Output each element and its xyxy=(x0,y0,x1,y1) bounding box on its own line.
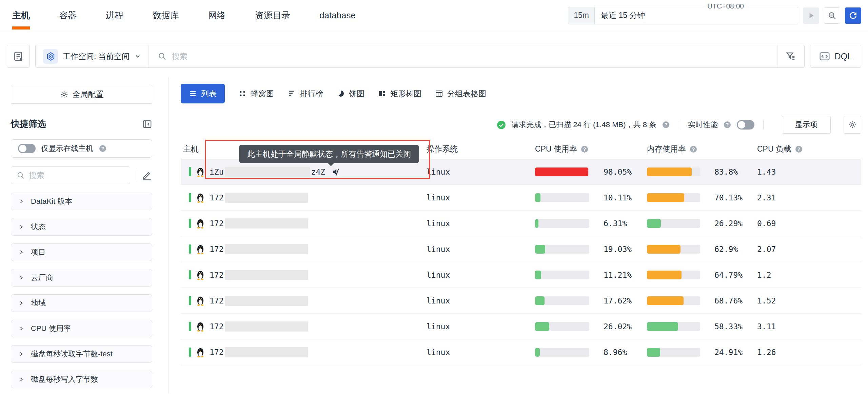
mem-usage-value: 70.13% xyxy=(714,193,743,202)
sidebar-search[interactable] xyxy=(11,166,130,184)
global-config-label: 全局配置 xyxy=(73,89,104,100)
play-icon xyxy=(807,11,815,20)
chevron-right-icon xyxy=(19,300,24,306)
refresh-button[interactable] xyxy=(845,7,861,24)
col-cpu[interactable]: CPU 使用率 xyxy=(535,144,577,154)
linux-penguin-icon xyxy=(196,244,205,254)
document-icon xyxy=(13,51,24,62)
mem-usage-value: 26.29% xyxy=(714,219,743,228)
col-host[interactable]: 主机 xyxy=(183,144,199,154)
table-row[interactable]: 172 linux 26.02% 58.33% 3.11 xyxy=(181,314,861,339)
cpu-load-value: 0.69 xyxy=(757,219,861,228)
nav-item[interactable]: 数据库 xyxy=(153,0,179,31)
primary-nav: 主机容器进程数据库网络资源目录database xyxy=(12,0,356,31)
nav-item[interactable]: 主机 xyxy=(12,0,30,31)
mem-usage-value: 62.9% xyxy=(714,245,738,254)
global-search[interactable] xyxy=(149,52,777,61)
divider xyxy=(136,171,136,180)
os-cell: linux xyxy=(427,322,535,331)
mem-usage-value: 64.79% xyxy=(714,271,743,279)
table-row[interactable]: 172 linux 17.62% 68.76% 1.52 xyxy=(181,288,861,314)
table-row[interactable]: 172 linux 6.31% 26.29% 0.69 xyxy=(181,211,861,236)
linux-penguin-icon xyxy=(196,193,205,203)
collapse-sidebar-icon[interactable] xyxy=(142,119,152,129)
svg-text:?: ? xyxy=(665,122,668,127)
realtime-toggle[interactable] xyxy=(737,120,754,130)
cpu-usage-value: 10.11% xyxy=(604,193,632,202)
view-tab-6[interactable]: 分组表格图 xyxy=(435,88,486,99)
cpu-usage-value: 11.21% xyxy=(604,271,632,279)
display-items-button[interactable]: 显示项 xyxy=(782,116,831,134)
linux-penguin-icon xyxy=(196,270,205,280)
sidebar-filter-item[interactable]: 云厂商 xyxy=(11,269,152,287)
online-only-toggle[interactable] xyxy=(18,144,36,153)
sidebar-search-input[interactable] xyxy=(29,171,124,180)
quick-filter-title: 快捷筛选 xyxy=(11,118,46,130)
chevron-right-icon xyxy=(19,275,24,280)
dql-label: DQL xyxy=(835,52,852,61)
ranking-icon xyxy=(288,90,296,98)
help-icon: ? xyxy=(795,145,803,153)
sidebar-filter-item[interactable]: CPU 使用率 xyxy=(11,320,152,337)
view-tab-2[interactable]: 蜂窝图 xyxy=(238,88,274,99)
workspace-selector[interactable]: 工作空间: 当前空间 xyxy=(36,45,149,67)
host-status-indicator xyxy=(189,193,191,202)
host-status-indicator xyxy=(189,244,191,254)
mem-usage-bar xyxy=(647,348,700,357)
view-tab-4[interactable]: 饼图 xyxy=(337,88,364,99)
os-cell: linux xyxy=(427,168,535,176)
mem-usage-bar xyxy=(647,245,700,254)
zoom-out-button[interactable] xyxy=(824,7,840,24)
table-row[interactable]: 172 linux 8.96% 24.91% 1.26 xyxy=(181,339,861,365)
sidebar-filter-item[interactable]: 地域 xyxy=(11,294,152,312)
cpu-usage-bar xyxy=(535,168,589,176)
view-tab-5[interactable]: 矩形树图 xyxy=(378,88,421,99)
os-cell: linux xyxy=(427,219,535,228)
sidebar-filter-item[interactable]: 磁盘每秒写入字节数 xyxy=(11,371,152,388)
os-cell: linux xyxy=(427,271,535,279)
nav-item[interactable]: 网络 xyxy=(208,0,226,31)
cpu-usage-bar xyxy=(535,219,589,228)
col-load[interactable]: CPU 负载 xyxy=(757,144,791,154)
time-range-short[interactable]: 15m xyxy=(568,7,595,24)
view-tab-1[interactable]: 列表 xyxy=(181,84,225,103)
nav-item[interactable]: 进程 xyxy=(106,0,123,31)
filter-sidebar: 全局配置 快捷筛选 仅显示在线主机 ? DataKit 版本 状态 项目 xyxy=(0,77,169,394)
redacted-host-segment xyxy=(225,296,308,306)
chevron-right-icon xyxy=(19,199,24,204)
redacted-host-segment xyxy=(225,347,308,357)
table-row[interactable]: 172 linux 19.03% 62.9% 2.07 xyxy=(181,236,861,262)
table-settings-button[interactable] xyxy=(844,116,861,134)
global-config-button[interactable]: 全局配置 xyxy=(11,85,152,104)
host-status-indicator xyxy=(189,219,191,228)
cpu-usage-value: 19.03% xyxy=(604,245,632,254)
dql-button[interactable]: DQL xyxy=(810,45,861,68)
view-tab-3[interactable]: 排行榜 xyxy=(288,88,323,99)
svg-text:?: ? xyxy=(797,146,801,152)
help-icon: ? xyxy=(689,145,697,153)
edit-filters-icon[interactable] xyxy=(141,170,152,181)
search-icon xyxy=(17,171,25,179)
table-row[interactable]: 172 linux 10.11% 70.13% 2.31 xyxy=(181,185,861,211)
hexagon-logo-icon xyxy=(46,52,55,61)
col-mem[interactable]: 内存使用率 xyxy=(647,144,686,154)
play-button[interactable] xyxy=(803,7,819,24)
help-icon: ? xyxy=(723,121,731,129)
report-button[interactable] xyxy=(7,45,30,68)
sidebar-filter-item[interactable]: DataKit 版本 xyxy=(11,193,152,210)
sidebar-filter-item[interactable]: 状态 xyxy=(11,218,152,236)
col-os[interactable]: 操作系统 xyxy=(427,144,458,154)
sidebar-filter-item[interactable]: 项目 xyxy=(11,243,152,261)
nav-item[interactable]: database xyxy=(319,0,356,31)
cpu-usage-value: 26.02% xyxy=(604,322,632,331)
filter-button[interactable] xyxy=(777,45,804,67)
nav-item[interactable]: 资源目录 xyxy=(255,0,290,31)
search-input[interactable] xyxy=(172,52,768,61)
linux-penguin-icon xyxy=(196,296,205,306)
time-range-picker[interactable]: UTC+08:00 15m 最近 15 分钟 xyxy=(568,7,798,24)
time-range-value[interactable]: 最近 15 分钟 xyxy=(595,7,798,24)
honeycomb-icon xyxy=(238,90,246,98)
sidebar-filter-item[interactable]: 磁盘每秒读取字节数-test xyxy=(11,345,152,363)
table-row[interactable]: 172 linux 11.21% 64.79% 1.2 xyxy=(181,262,861,288)
nav-item[interactable]: 容器 xyxy=(59,0,77,31)
